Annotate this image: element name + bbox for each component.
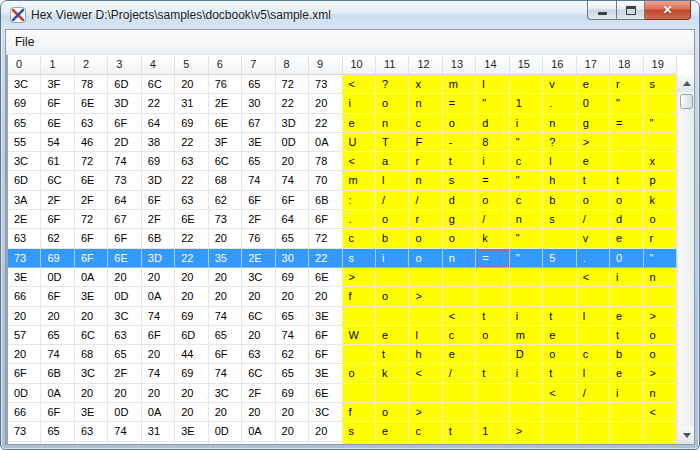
- ascii-cell[interactable]: h: [543, 171, 576, 190]
- hex-cell[interactable]: 6C: [209, 152, 242, 171]
- ascii-cell[interactable]: k: [476, 229, 509, 248]
- ascii-cell[interactable]: /: [376, 191, 409, 210]
- hex-cell[interactable]: 65: [8, 114, 41, 133]
- hex-cell[interactable]: 3F: [209, 133, 242, 152]
- hex-cell[interactable]: 6F: [276, 191, 309, 210]
- ascii-cell[interactable]: o: [644, 210, 677, 229]
- minimize-button[interactable]: [587, 1, 616, 20]
- ascii-cell[interactable]: [409, 307, 442, 326]
- ascii-cell[interactable]: ": [610, 94, 643, 113]
- scroll-up-button[interactable]: [678, 75, 694, 92]
- hex-cell[interactable]: 6C: [242, 364, 275, 383]
- hex-cell[interactable]: 73: [209, 210, 242, 229]
- ascii-cell[interactable]: n: [644, 268, 677, 287]
- ascii-cell[interactable]: s: [343, 249, 376, 268]
- ascii-cell[interactable]: [644, 94, 677, 113]
- ascii-cell[interactable]: [644, 442, 677, 444]
- ascii-cell[interactable]: l: [577, 364, 610, 383]
- hex-cell[interactable]: 22: [276, 94, 309, 113]
- hex-cell[interactable]: 63: [108, 326, 141, 345]
- ascii-cell[interactable]: -: [443, 133, 476, 152]
- ascii-cell[interactable]: v: [543, 75, 576, 94]
- hex-cell[interactable]: 20: [209, 268, 242, 287]
- hex-cell[interactable]: 3F: [41, 75, 74, 94]
- ascii-cell[interactable]: i: [510, 114, 543, 133]
- ascii-cell[interactable]: [409, 384, 442, 403]
- hex-cell[interactable]: 22: [309, 249, 342, 268]
- ascii-cell[interactable]: n: [376, 114, 409, 133]
- ascii-cell[interactable]: [510, 287, 543, 306]
- ascii-cell[interactable]: [409, 442, 442, 444]
- maximize-button[interactable]: [616, 1, 645, 20]
- ascii-cell[interactable]: o: [409, 229, 442, 248]
- hex-cell[interactable]: 65: [242, 75, 275, 94]
- hex-cell[interactable]: 6E: [75, 94, 108, 113]
- hex-cell[interactable]: 6E: [108, 249, 141, 268]
- hex-cell[interactable]: 3D: [108, 94, 141, 113]
- hex-cell[interactable]: [8, 442, 41, 444]
- hex-cell[interactable]: 78: [309, 152, 342, 171]
- hex-cell[interactable]: 3C: [8, 152, 41, 171]
- hex-cell[interactable]: 0D: [108, 403, 141, 422]
- hex-cell[interactable]: [142, 442, 175, 444]
- hex-cell[interactable]: 6F: [309, 345, 342, 364]
- ascii-cell[interactable]: [610, 287, 643, 306]
- ascii-cell[interactable]: [543, 442, 576, 444]
- hex-cell[interactable]: 20: [309, 287, 342, 306]
- ascii-cell[interactable]: t: [543, 307, 576, 326]
- ascii-cell[interactable]: /: [577, 384, 610, 403]
- ascii-cell[interactable]: c: [510, 152, 543, 171]
- hex-cell[interactable]: 6F: [8, 364, 41, 383]
- hex-cell[interactable]: [175, 442, 208, 444]
- hex-cell[interactable]: 74: [142, 307, 175, 326]
- ascii-cell[interactable]: a: [376, 152, 409, 171]
- ascii-cell[interactable]: [510, 75, 543, 94]
- ascii-cell[interactable]: m: [343, 171, 376, 190]
- hex-cell[interactable]: 22: [309, 114, 342, 133]
- ascii-cell[interactable]: c: [577, 345, 610, 364]
- hex-cell[interactable]: 6F: [142, 326, 175, 345]
- ascii-cell[interactable]: t: [443, 422, 476, 441]
- ascii-cell[interactable]: [610, 403, 643, 422]
- hex-cell[interactable]: 20: [209, 403, 242, 422]
- ascii-cell[interactable]: >: [409, 287, 442, 306]
- hex-cell[interactable]: 62: [209, 191, 242, 210]
- ascii-cell[interactable]: i: [343, 94, 376, 113]
- hex-cell[interactable]: 69: [276, 384, 309, 403]
- ascii-cell[interactable]: [476, 287, 509, 306]
- ascii-cell[interactable]: <: [443, 307, 476, 326]
- ascii-cell[interactable]: [577, 287, 610, 306]
- ascii-cell[interactable]: o: [610, 191, 643, 210]
- ascii-cell[interactable]: t: [610, 171, 643, 190]
- ascii-cell[interactable]: [443, 384, 476, 403]
- ascii-cell[interactable]: <: [644, 403, 677, 422]
- ascii-cell[interactable]: [577, 442, 610, 444]
- ascii-cell[interactable]: [343, 384, 376, 403]
- hex-cell[interactable]: 35: [209, 249, 242, 268]
- ascii-cell[interactable]: f: [343, 287, 376, 306]
- hex-cell[interactable]: 74: [142, 364, 175, 383]
- ascii-cell[interactable]: n: [443, 249, 476, 268]
- ascii-cell[interactable]: <: [343, 152, 376, 171]
- hex-cell[interactable]: 3E: [309, 364, 342, 383]
- hex-cell[interactable]: 3C: [242, 268, 275, 287]
- hex-cell[interactable]: [75, 442, 108, 444]
- ascii-cell[interactable]: >: [409, 403, 442, 422]
- hex-cell[interactable]: 0A: [142, 287, 175, 306]
- hex-cell[interactable]: 68: [75, 345, 108, 364]
- ascii-cell[interactable]: ?: [376, 75, 409, 94]
- title-bar[interactable]: Hex Viewer D:\Projects\samples\docbook\v…: [1, 1, 699, 29]
- ascii-cell[interactable]: c: [510, 191, 543, 210]
- ascii-cell[interactable]: [543, 229, 576, 248]
- ascii-cell[interactable]: [343, 345, 376, 364]
- ascii-cell[interactable]: b: [543, 191, 576, 210]
- ascii-cell[interactable]: i: [610, 268, 643, 287]
- hex-cell[interactable]: 6F: [41, 403, 74, 422]
- hex-cell[interactable]: 74: [41, 345, 74, 364]
- hex-cell[interactable]: 6E: [75, 171, 108, 190]
- hex-cell[interactable]: 76: [242, 229, 275, 248]
- ascii-cell[interactable]: [577, 422, 610, 441]
- hex-cell[interactable]: 20: [142, 268, 175, 287]
- ascii-cell[interactable]: n: [543, 114, 576, 133]
- ascii-cell[interactable]: :: [343, 191, 376, 210]
